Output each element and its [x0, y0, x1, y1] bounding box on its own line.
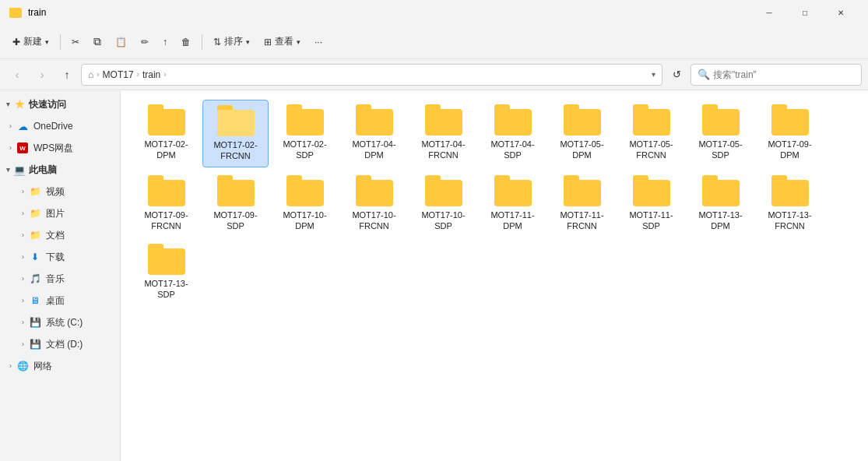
- sidebar-item-desktop[interactable]: › 🖥 桌面: [0, 290, 120, 311]
- folder-label: MOT17-10- SDP: [421, 209, 465, 232]
- music-expand-icon: ›: [22, 275, 24, 283]
- share-icon: ↑: [163, 37, 167, 48]
- folder-item[interactable]: MOT17-11- DPM: [480, 171, 546, 237]
- folder-item[interactable]: MOT17-10- DPM: [272, 171, 338, 237]
- share-button[interactable]: ↑: [156, 33, 174, 51]
- forward-button[interactable]: ›: [31, 64, 53, 86]
- d-drive-expand-icon: ›: [22, 340, 24, 348]
- c-drive-icon: 💾: [29, 316, 41, 329]
- sort-button[interactable]: ⇅ 排序 ▾: [207, 32, 256, 51]
- folder-item[interactable]: MOT17-05- FRCNN: [618, 100, 684, 167]
- copy-button[interactable]: ⧉: [87, 32, 107, 51]
- folder-item[interactable]: MOT17-05- DPM: [549, 100, 615, 167]
- maximize-button[interactable]: □: [787, 0, 823, 25]
- breadcrumb-mot17[interactable]: MOT17: [103, 69, 134, 80]
- more-button[interactable]: ···: [308, 33, 329, 51]
- folder-label: MOT17-04- DPM: [352, 139, 395, 161]
- cut-button[interactable]: ✂: [65, 33, 86, 51]
- music-icon: 🎵: [29, 273, 41, 285]
- breadcrumb-sep-2: ›: [163, 70, 166, 79]
- network-icon: 🌐: [16, 360, 29, 372]
- folder-label: MOT17-05- SDP: [698, 139, 742, 161]
- search-input[interactable]: [713, 69, 855, 80]
- sort-icon: ⇅: [213, 37, 221, 48]
- sidebar-item-download[interactable]: › ⬇ 下载: [0, 246, 120, 268]
- folder-item[interactable]: MOT17-04- DPM: [341, 100, 407, 167]
- breadcrumb-train[interactable]: train: [142, 69, 160, 80]
- folder-item[interactable]: MOT17-11- SDP: [618, 171, 684, 237]
- this-pc-label: 此电脑: [29, 164, 57, 177]
- quick-access-label: 快速访问: [29, 98, 66, 111]
- sidebar-item-music[interactable]: › 🎵 音乐: [0, 268, 120, 290]
- folder-label: MOT17-09- FRCNN: [144, 209, 188, 232]
- new-icon: ✚: [12, 37, 20, 48]
- new-button[interactable]: ✚ 新建 ▾: [6, 32, 55, 51]
- quick-access-expand-icon: ▾: [6, 100, 10, 108]
- folder-icon: [564, 175, 601, 206]
- breadcrumb-dropdown[interactable]: ▾: [652, 70, 655, 79]
- this-pc-expand-icon: ▾: [6, 166, 10, 174]
- folder-icon: [286, 175, 324, 206]
- c-drive-expand-icon: ›: [22, 318, 24, 326]
- folder-item[interactable]: MOT17-10- SDP: [410, 171, 476, 237]
- image-label: 图片: [46, 207, 65, 220]
- folder-item[interactable]: MOT17-09- DPM: [757, 100, 823, 167]
- folder-item[interactable]: MOT17-09- SDP: [202, 171, 269, 237]
- folder-item[interactable]: MOT17-02- DPM: [133, 100, 199, 167]
- sidebar-item-network[interactable]: › 🌐 网络: [0, 355, 120, 377]
- folder-icon: [148, 175, 185, 206]
- folder-icon: [771, 175, 809, 206]
- view-chevron-icon: ▾: [297, 38, 300, 46]
- new-chevron-icon: ▾: [45, 38, 49, 46]
- view-button[interactable]: ⊞ 查看 ▾: [258, 32, 307, 51]
- wps-icon: W: [16, 142, 29, 154]
- folder-icon: [425, 175, 462, 206]
- folder-item[interactable]: MOT17-04- FRCNN: [410, 100, 476, 167]
- delete-icon: 🗑: [181, 37, 191, 48]
- folder-label: MOT17-02- DPM: [144, 139, 188, 161]
- folder-item[interactable]: MOT17-02- FRCNN: [202, 100, 269, 167]
- delete-button[interactable]: 🗑: [175, 33, 197, 51]
- sidebar-section-this-pc[interactable]: ▾ 💻 此电脑: [0, 159, 120, 181]
- sidebar-item-image[interactable]: › 📁 图片: [0, 202, 120, 224]
- folder-item[interactable]: MOT17-11- FRCNN: [549, 171, 615, 237]
- video-icon: 📁: [29, 185, 41, 198]
- c-drive-label: 系统 (C:): [46, 316, 83, 329]
- close-button[interactable]: ✕: [823, 0, 859, 25]
- breadcrumb-sep-0: ›: [97, 70, 99, 79]
- folder-icon: [217, 105, 255, 136]
- main-area: ▾ ★ 快速访问 › ☁ OneDrive › W WPS网盘 ▾ 💻 此电脑 …: [0, 90, 868, 461]
- folder-item[interactable]: MOT17-09- FRCNN: [133, 171, 199, 237]
- video-label: 视频: [46, 185, 65, 199]
- sidebar-section-quick-access[interactable]: ▾ ★ 快速访问: [0, 93, 120, 115]
- title-folder-icon: [9, 8, 22, 18]
- cut-icon: ✂: [72, 37, 79, 48]
- folder-item[interactable]: MOT17-10- FRCNN: [341, 171, 407, 237]
- folder-item[interactable]: MOT17-02- SDP: [272, 100, 338, 167]
- folder-item[interactable]: MOT17-05- SDP: [687, 100, 754, 167]
- toolbar: ✚ 新建 ▾ ✂ ⧉ 📋 ✏ ↑ 🗑 ⇅ 排序 ▾ ⊞ 查看 ▾ ···: [0, 25, 868, 59]
- sidebar-item-video[interactable]: › 📁 视频: [0, 181, 120, 202]
- sidebar-item-doc[interactable]: › 📁 文档: [0, 224, 120, 246]
- search-icon: 🔍: [698, 69, 710, 80]
- sidebar-item-c-drive[interactable]: › 💾 系统 (C:): [0, 311, 120, 333]
- folder-item[interactable]: MOT17-04- SDP: [480, 100, 546, 167]
- wps-label: WPS网盘: [33, 142, 73, 155]
- folder-item[interactable]: MOT17-13- FRCNN: [757, 171, 823, 237]
- back-button[interactable]: ‹: [6, 64, 28, 86]
- folder-item[interactable]: MOT17-13- DPM: [687, 171, 754, 237]
- sidebar-item-wps[interactable]: › W WPS网盘: [0, 137, 120, 159]
- folder-item[interactable]: MOT17-13- SDP: [133, 239, 199, 305]
- minimize-button[interactable]: ─: [751, 0, 787, 25]
- refresh-button[interactable]: ↺: [666, 64, 687, 86]
- d-drive-icon: 💾: [29, 338, 41, 350]
- new-label: 新建: [23, 35, 42, 48]
- rename-button[interactable]: ✏: [135, 33, 155, 51]
- cloud-icon: ☁: [16, 120, 29, 132]
- sidebar-item-onedrive[interactable]: › ☁ OneDrive: [0, 115, 120, 137]
- folder-label: MOT17-09- SDP: [213, 209, 257, 232]
- paste-button[interactable]: 📋: [109, 33, 133, 51]
- up-button[interactable]: ↑: [56, 64, 78, 86]
- sidebar-item-d-drive[interactable]: › 💾 文档 (D:): [0, 333, 120, 355]
- doc-label: 文档: [46, 229, 65, 242]
